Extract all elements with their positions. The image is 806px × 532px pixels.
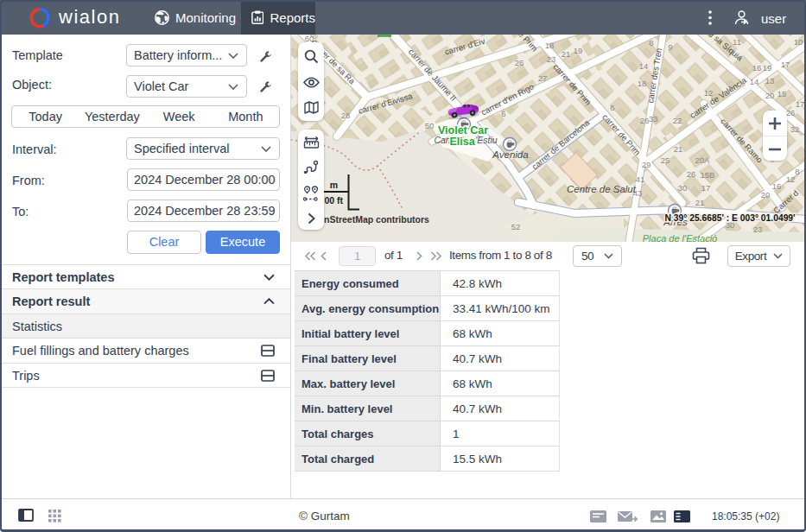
svg-text:26: 26 xyxy=(640,116,650,125)
svg-text:32: 32 xyxy=(790,124,800,134)
svg-text:m: m xyxy=(330,180,338,190)
svg-text:14: 14 xyxy=(750,77,759,86)
svg-text:21: 21 xyxy=(674,144,683,154)
svg-text:30: 30 xyxy=(678,183,688,193)
svg-text:17: 17 xyxy=(701,183,711,193)
svg-text:6: 6 xyxy=(501,109,505,118)
svg-text:6: 6 xyxy=(610,103,614,112)
svg-text:9: 9 xyxy=(668,42,672,52)
svg-text:41: 41 xyxy=(636,174,645,184)
svg-text:14: 14 xyxy=(639,61,649,71)
svg-text:Violet Car: Violet Car xyxy=(438,124,488,136)
svg-text:Centre de Salut: Centre de Salut xyxy=(567,184,637,194)
svg-text:26: 26 xyxy=(515,58,524,67)
svg-text:13: 13 xyxy=(765,76,775,86)
svg-text:00 ft: 00 ft xyxy=(324,195,343,206)
svg-text:12: 12 xyxy=(786,174,796,184)
svg-text:20: 20 xyxy=(765,91,775,100)
svg-text:29: 29 xyxy=(642,160,651,169)
svg-text:18: 18 xyxy=(545,41,555,50)
svg-text:21: 21 xyxy=(562,49,571,59)
svg-text:8: 8 xyxy=(795,167,799,176)
svg-text:18: 18 xyxy=(638,79,647,88)
svg-text:17: 17 xyxy=(781,60,790,69)
svg-text:8: 8 xyxy=(649,38,653,48)
svg-text:26: 26 xyxy=(786,108,796,117)
svg-text:17: 17 xyxy=(796,99,805,109)
svg-text:33: 33 xyxy=(649,114,658,124)
svg-text:25: 25 xyxy=(661,155,670,165)
svg-text:15B: 15B xyxy=(701,170,715,180)
svg-text:21: 21 xyxy=(695,198,705,207)
svg-text:Plaça de l'Estació: Plaça de l'Estació xyxy=(643,233,717,242)
svg-text:16: 16 xyxy=(752,63,762,73)
svg-text:22: 22 xyxy=(673,116,682,125)
svg-text:20A: 20A xyxy=(695,155,711,165)
svg-text:23: 23 xyxy=(753,225,763,234)
svg-text:20: 20 xyxy=(761,190,771,200)
svg-text:15: 15 xyxy=(777,89,787,98)
svg-text:10: 10 xyxy=(794,37,803,47)
svg-text:27: 27 xyxy=(538,73,548,83)
svg-text:Elisa: Elisa xyxy=(449,136,475,148)
svg-text:26: 26 xyxy=(687,169,696,179)
svg-text:52: 52 xyxy=(511,222,521,231)
svg-text:23: 23 xyxy=(547,54,556,64)
svg-text:16: 16 xyxy=(772,181,782,191)
svg-text:19: 19 xyxy=(763,63,772,73)
svg-text:N 39° 25.6685' : E 003° 01.049: N 39° 25.6685' : E 003° 01.0499' xyxy=(664,213,795,223)
svg-text:19: 19 xyxy=(574,46,583,55)
svg-text:50: 50 xyxy=(425,121,435,130)
svg-text:28: 28 xyxy=(341,111,351,120)
